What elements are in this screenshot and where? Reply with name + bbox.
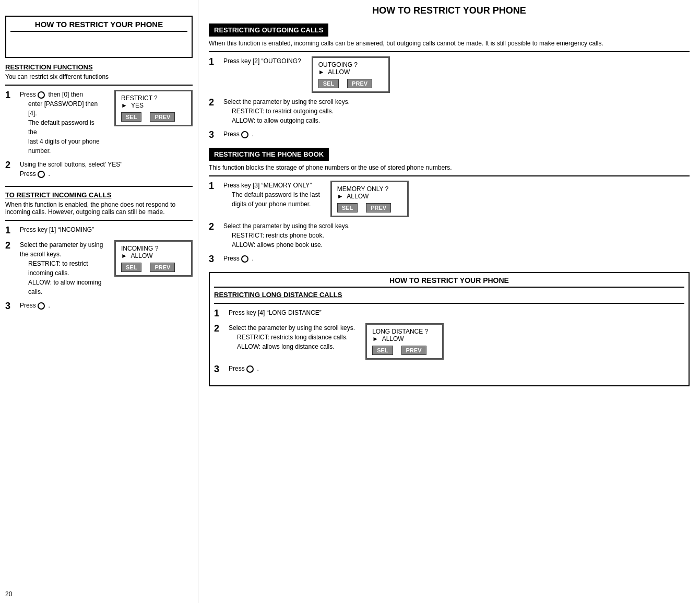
in-step2-text-block: Select the parameter by using the scroll… bbox=[20, 240, 104, 297]
in-step3-press: Press . bbox=[20, 301, 193, 310]
left-step1-indent1: enter [PASSWORD] then [4]. bbox=[28, 99, 104, 118]
left-step1-indent2: The default password is the bbox=[28, 118, 104, 137]
display-restrict-line2: ► YES bbox=[121, 102, 186, 109]
left-step1-num: 1 bbox=[5, 90, 20, 101]
ld-step2-num: 2 bbox=[214, 323, 229, 334]
prev-button-ld[interactable]: PREV bbox=[401, 346, 426, 355]
display-restrict-line2-text: YES bbox=[131, 102, 144, 109]
display-pb-line2-text: ALLOW bbox=[347, 193, 369, 200]
in-step2-content: Select the parameter by using the scroll… bbox=[20, 240, 193, 297]
page-number: 20 bbox=[5, 590, 12, 598]
out-step1-display-row: Press key [2] “OUTGOING? OUTGOING ? ► AL… bbox=[223, 56, 690, 93]
arrow-icon-1: ► bbox=[121, 102, 127, 109]
arrow-icon-ld: ► bbox=[372, 335, 378, 342]
display-outgoing-line2: ► ALLOW bbox=[318, 68, 383, 76]
out-step1-content: Press key [2] “OUTGOING? OUTGOING ? ► AL… bbox=[223, 56, 690, 93]
display-ld-line2: ► ALLOW bbox=[372, 335, 437, 342]
in-step2-text: Select the parameter by using the scroll… bbox=[20, 240, 104, 259]
display-incoming-line2: ► ALLOW bbox=[121, 252, 186, 259]
in-step3-content: Press . bbox=[20, 301, 193, 310]
sel-button-in[interactable]: SEL bbox=[121, 263, 141, 272]
longdist-section: RESTRICTING LONG DISTANCE CALLS 1 Press … bbox=[214, 291, 684, 375]
incoming-calls-section: TO RESTRICT INCOMING CALLS When this fun… bbox=[5, 191, 193, 312]
out-step2-indent2: ALLOW: to allow outgoing calls. bbox=[232, 116, 690, 125]
left-panel: HOW TO RESTRICT YOUR PHONE RESTRICTION F… bbox=[0, 0, 198, 603]
pb-step1-indent1: The default password is the last bbox=[232, 190, 320, 199]
in-step3-num: 3 bbox=[5, 301, 20, 312]
left-step2-press: Press bbox=[20, 170, 36, 178]
incoming-heading: TO RESTRICT INCOMING CALLS bbox=[5, 191, 193, 199]
ld-step2-text-block: Select the parameter by using the scroll… bbox=[229, 323, 355, 351]
restriction-functions-heading: RESTRICTION FUNCTIONS bbox=[5, 63, 193, 71]
display-outgoing-buttons: SEL PREV bbox=[318, 79, 383, 88]
ld-step1-num: 1 bbox=[214, 308, 229, 319]
phonebook-heading: RESTRICTING THE PHONE BOOK bbox=[209, 148, 329, 161]
period-out3: . bbox=[252, 131, 253, 138]
display-outgoing-line1: OUTGOING ? bbox=[318, 61, 383, 68]
out-step3-num: 3 bbox=[209, 129, 223, 140]
pb-step1-text: Press key [3] “MEMORY ONLY” bbox=[223, 181, 320, 190]
circle-icon-2 bbox=[38, 171, 45, 178]
ld-step3-press: Press . bbox=[229, 364, 684, 373]
phonebook-section: RESTRICTING THE PHONE BOOK This function… bbox=[209, 148, 690, 265]
circle-icon-pb3 bbox=[241, 255, 248, 263]
in-step2-indent2: ALLOW: to allow incoming calls. bbox=[28, 278, 104, 297]
pb-step3-num: 3 bbox=[209, 254, 223, 265]
arrow-icon-out: ► bbox=[318, 68, 325, 76]
prev-button-out[interactable]: PREV bbox=[347, 79, 372, 88]
display-ld-line1: LONG DISTANCE ? bbox=[372, 328, 437, 335]
outgoing-calls-section: RESTRICTING OUTGOING CALLS When this fun… bbox=[209, 23, 690, 140]
left-step2-text: Using the scroll buttons, select' YES" bbox=[20, 160, 193, 169]
left-step2-press-line: Press . bbox=[20, 169, 193, 179]
right2-section-box: HOW TO RESTRICT YOUR PHONE RESTRICTING L… bbox=[209, 272, 690, 386]
period-ld3: . bbox=[257, 365, 258, 372]
prev-button-1[interactable]: PREV bbox=[150, 112, 175, 122]
pb-step2-text: Select the parameter by using the scroll… bbox=[223, 221, 690, 231]
display-incoming-box: INCOMING ? ► ALLOW SEL PREV bbox=[114, 240, 193, 277]
ld-step3-text: Press bbox=[229, 365, 245, 372]
out-step3-press: Press . bbox=[223, 129, 690, 139]
prev-button-in[interactable]: PREV bbox=[150, 263, 175, 272]
in-step2-indent1: RESTRICT: to restrict incoming calls. bbox=[28, 259, 104, 278]
right-panel: HOW TO RESTRICT YOUR PHONE RESTRICTING O… bbox=[198, 0, 700, 603]
pb-step2-indent2: ALLOW: allows phone book use. bbox=[232, 240, 690, 250]
out-step2-indent1: RESTRICT: to restrict outgoing calls. bbox=[232, 107, 690, 116]
prev-button-pb[interactable]: PREV bbox=[366, 203, 391, 212]
pb-step1-display-row: Press key [3] “MEMORY ONLY” The default … bbox=[223, 181, 690, 217]
display-restrict-buttons: SEL PREV bbox=[121, 112, 186, 122]
in-step2-row: 2 Select the parameter by using the scro… bbox=[5, 240, 193, 297]
sel-button-pb[interactable]: SEL bbox=[337, 203, 358, 212]
in-step1-content: Press key [1] “INCOMING” bbox=[20, 225, 193, 234]
left-top-section-box: HOW TO RESTRICT YOUR PHONE bbox=[5, 16, 193, 58]
in-step1-text: Press key [1] “INCOMING” bbox=[20, 225, 193, 234]
out-step2-row: 2 Select the parameter by using the scro… bbox=[209, 97, 690, 125]
display-pb-buttons: SEL PREV bbox=[337, 203, 402, 212]
display-restrict-box: RESTRICT ? ► YES SEL PREV bbox=[114, 90, 193, 126]
restriction-functions-section: RESTRICTION FUNCTIONS You can restrict s… bbox=[5, 63, 193, 179]
display-longdist-box: LONG DISTANCE ? ► ALLOW SEL PREV bbox=[365, 323, 444, 360]
left-top-box-title: HOW TO RESTRICT YOUR PHONE bbox=[10, 20, 187, 32]
pb-step1-num: 1 bbox=[209, 181, 223, 192]
sel-button-ld[interactable]: SEL bbox=[372, 346, 393, 355]
pb-step3-text: Press bbox=[223, 255, 240, 262]
left-step1-press: Press bbox=[20, 91, 36, 98]
pb-step2-row: 2 Select the parameter by using the scro… bbox=[209, 221, 690, 250]
pb-step3-press: Press . bbox=[223, 254, 690, 263]
ld-step2-content: Select the parameter by using the scroll… bbox=[229, 323, 684, 360]
circle-icon-ld3 bbox=[246, 365, 254, 373]
period-pb3: . bbox=[252, 255, 253, 262]
arrow-icon-pb: ► bbox=[337, 193, 343, 200]
out-step3-text: Press bbox=[223, 131, 240, 138]
display-incoming-line1: INCOMING ? bbox=[121, 245, 186, 252]
out-step1-text: Press key [2] “OUTGOING? bbox=[223, 56, 301, 66]
left-step1-row: 1 Press then [0] then enter [PASSWORD] t… bbox=[5, 90, 193, 156]
display-restrict-line1: RESTRICT ? bbox=[121, 94, 186, 102]
in-step1-row: 1 Press key [1] “INCOMING” bbox=[5, 225, 193, 236]
sel-button-1[interactable]: SEL bbox=[121, 112, 141, 122]
left-step2-num: 2 bbox=[5, 160, 20, 171]
sel-button-out[interactable]: SEL bbox=[318, 79, 339, 88]
display-outgoing-line2-text: ALLOW bbox=[328, 68, 350, 76]
left-step1-line1: Press then [0] then bbox=[20, 90, 104, 99]
in-step3-row: 3 Press . bbox=[5, 301, 193, 312]
ld-step2-indent1: RESTRICT: restricts long distance calls. bbox=[237, 333, 355, 342]
